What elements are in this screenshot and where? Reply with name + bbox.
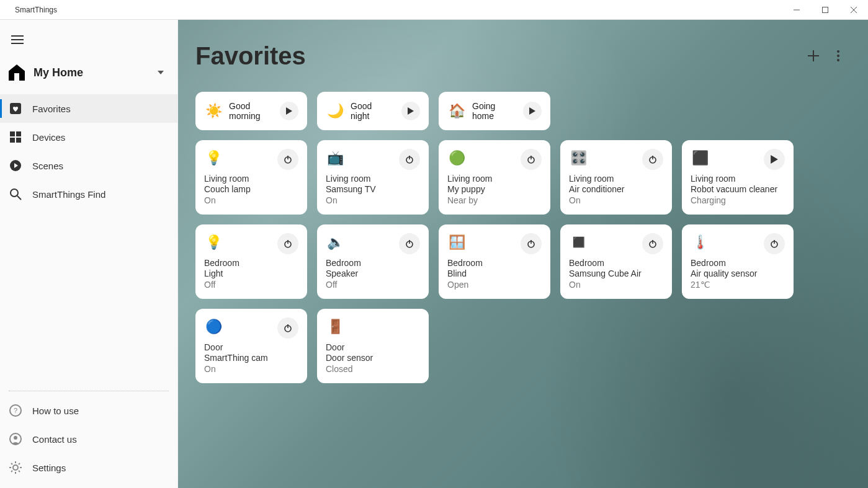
power-icon (284, 239, 292, 248)
device-card[interactable]: 💡BedroomLightOff (195, 224, 307, 299)
svg-marker-36 (529, 107, 535, 115)
device-power-button[interactable] (277, 233, 298, 254)
device-status: Charging (691, 195, 785, 206)
scene-run-button[interactable] (280, 102, 298, 120)
device-room: Bedroom (447, 258, 542, 269)
device-card[interactable]: 🔈BedroomSpeakerOff (317, 224, 429, 299)
scene-label: Goodnight (351, 101, 372, 121)
sidebar-item-favorites[interactable]: Favorites (0, 94, 177, 123)
play-icon (770, 155, 779, 164)
minimize-button[interactable] (782, 0, 811, 20)
svg-rect-1 (823, 7, 828, 13)
device-power-button[interactable] (521, 149, 542, 170)
device-card[interactable]: 🌡️BedroomAir quality sensor21℃ (682, 224, 794, 299)
device-grid: 💡Living roomCouch lampOn📺Living roomSams… (195, 140, 851, 383)
device-card[interactable]: 🔵DoorSmartThing camOn (195, 309, 307, 383)
device-icon: 💡 (204, 233, 223, 252)
device-icon: ◼️ (569, 233, 588, 252)
location-selector[interactable]: My Home (0, 55, 177, 91)
device-card[interactable]: ◼️BedroomSamsung Cube AirOn (560, 224, 672, 299)
svg-point-31 (837, 50, 839, 53)
svg-rect-8 (10, 131, 15, 136)
device-icon: 📺 (326, 149, 344, 167)
window-title: SmartThings (15, 6, 57, 14)
menu-button[interactable] (2, 25, 32, 55)
search-icon (9, 187, 22, 201)
scene-card[interactable]: ☀️Goodmorning (195, 92, 307, 130)
device-name: Samsung TV (326, 184, 420, 195)
device-status: Open (447, 280, 542, 291)
minimize-icon (794, 7, 800, 13)
device-room: Bedroom (569, 258, 663, 269)
device-card[interactable]: 🟢Living roomMy puppyNear by (439, 140, 550, 215)
power-icon (770, 239, 779, 248)
device-power-button[interactable] (277, 317, 298, 339)
sidebar: My Home Favorites Devices Scenes (0, 20, 178, 488)
add-button[interactable] (801, 43, 826, 68)
device-name: Light (204, 268, 298, 280)
device-power-button[interactable] (399, 149, 420, 170)
svg-marker-34 (286, 107, 292, 115)
device-power-button[interactable] (277, 149, 298, 170)
power-icon (405, 155, 414, 164)
device-room: Living room (204, 174, 298, 185)
device-power-button[interactable] (399, 233, 420, 254)
sidebar-item-how-to-use[interactable]: ? How to use (0, 396, 177, 425)
device-status: On (569, 195, 663, 206)
device-room: Living room (326, 174, 420, 185)
device-power-button[interactable] (642, 149, 663, 170)
power-icon (648, 239, 657, 248)
maximize-button[interactable] (811, 0, 839, 20)
device-play-button[interactable] (764, 149, 785, 170)
device-power-button[interactable] (521, 233, 542, 254)
sidebar-item-scenes[interactable]: Scenes (0, 151, 177, 180)
device-name: Speaker (326, 268, 420, 280)
play-circle-icon (9, 159, 22, 172)
scene-label: Goinghome (472, 101, 495, 121)
scene-card[interactable]: 🌙Goodnight (317, 92, 429, 130)
device-icon: 🟢 (447, 149, 466, 167)
plus-icon (807, 49, 820, 63)
power-icon (284, 324, 292, 332)
device-card[interactable]: 🚪DoorDoor sensorClosed (317, 309, 429, 383)
help-icon: ? (9, 404, 22, 417)
sidebar-item-label: SmartThings Find (32, 189, 105, 200)
window-controls (782, 0, 868, 20)
scene-card[interactable]: 🏠Goinghome (439, 92, 550, 130)
scene-icon: 🏠 (447, 102, 466, 120)
device-status: On (326, 195, 420, 206)
device-name: Air conditioner (569, 184, 663, 195)
svg-point-32 (837, 55, 839, 57)
svg-point-14 (11, 189, 18, 197)
close-button[interactable] (839, 0, 868, 20)
sidebar-item-label: Scenes (32, 161, 63, 171)
device-room: Bedroom (691, 258, 785, 269)
device-room: Living room (447, 174, 542, 185)
page-title: Favorites (195, 42, 801, 70)
sidebar-item-settings[interactable]: Settings (0, 453, 177, 482)
close-icon (851, 7, 857, 13)
device-name: Robot vacuum cleaner (691, 184, 785, 195)
sidebar-item-find[interactable]: SmartThings Find (0, 180, 177, 208)
scene-label: Goodmorning (229, 101, 261, 121)
scene-run-button[interactable] (401, 102, 420, 120)
sidebar-item-contact-us[interactable]: Contact us (0, 425, 177, 453)
device-power-button[interactable] (642, 233, 663, 254)
scene-run-button[interactable] (523, 102, 542, 120)
sidebar-item-devices[interactable]: Devices (0, 123, 177, 151)
device-card[interactable]: 📺Living roomSamsung TVOn (317, 140, 429, 215)
device-card[interactable]: 🪟BedroomBlindOpen (439, 224, 550, 299)
device-card[interactable]: 💡Living roomCouch lampOn (195, 140, 307, 215)
device-card[interactable]: ⬛Living roomRobot vacuum cleanerCharging (682, 140, 794, 215)
device-icon: 🔵 (204, 317, 223, 336)
svg-line-25 (11, 463, 12, 464)
play-icon (286, 107, 292, 115)
device-name: Blind (447, 268, 542, 280)
device-status: On (204, 364, 298, 375)
device-icon: ⬛ (691, 149, 709, 167)
device-name: Couch lamp (204, 184, 298, 195)
more-button[interactable] (826, 43, 851, 68)
device-power-button[interactable] (764, 233, 785, 254)
device-card[interactable]: 🎛️Living roomAir conditionerOn (560, 140, 672, 215)
device-name: Air quality sensor (691, 268, 785, 280)
